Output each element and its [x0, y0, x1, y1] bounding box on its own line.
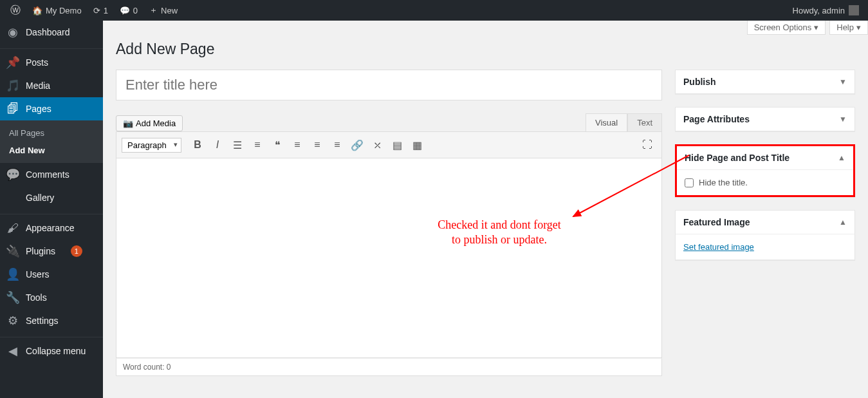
label: Page Attributes — [683, 114, 750, 124]
sidebar-item-tools[interactable]: 🔧Tools — [0, 286, 103, 309]
comment-icon: 💬 — [120, 6, 130, 15]
comments-menu[interactable]: 💬0 — [115, 0, 143, 21]
sidebar-item-plugins[interactable]: 🔌Plugins 1 — [0, 240, 103, 263]
sidebar-label: Dashboard — [26, 27, 70, 37]
align-center-button[interactable]: ≡ — [308, 136, 326, 154]
sidebar-item-comments[interactable]: 💬Comments — [0, 163, 103, 186]
bullet-list-button[interactable]: ☰ — [228, 136, 246, 154]
postbox-publish: Publish▼ — [675, 70, 855, 94]
screen-options-toggle[interactable]: Screen Options▾ — [747, 21, 826, 35]
unlink-button[interactable]: ⤫ — [368, 136, 386, 154]
label: Hide the title. — [699, 178, 748, 187]
brush-icon: 🖌 — [6, 222, 19, 234]
chevron-up-icon: ▲ — [839, 218, 847, 227]
submenu-all-pages[interactable]: All Pages — [0, 124, 103, 142]
italic-button[interactable]: I — [208, 136, 226, 154]
link-button[interactable]: 🔗 — [348, 136, 366, 154]
blank-icon — [6, 191, 19, 204]
dashboard-icon: ◉ — [6, 26, 19, 39]
wordpress-icon: ⓦ — [10, 4, 21, 17]
plus-icon: ＋ — [149, 5, 158, 16]
postbox-page-attributes-toggle[interactable]: Page Attributes▼ — [676, 108, 854, 131]
sidebar-item-media[interactable]: 🎵Media — [0, 74, 103, 97]
page-title: Add New Page — [116, 35, 855, 70]
chevron-down-icon: ▾ — [856, 23, 861, 32]
chevron-down-icon: ▼ — [839, 77, 847, 86]
media-icon: 🎵 — [6, 79, 19, 92]
bold-button[interactable]: B — [189, 136, 207, 154]
site-name-label: My Demo — [46, 6, 82, 15]
greeting-text: Howdy, admin — [793, 6, 845, 15]
postbox-publish-toggle[interactable]: Publish▼ — [676, 70, 854, 93]
align-right-button[interactable]: ≡ — [328, 136, 346, 154]
camera-music-icon: 📷 — [123, 118, 133, 128]
chevron-down-icon: ▼ — [839, 115, 847, 124]
sidebar-item-posts[interactable]: 📌Posts — [0, 51, 103, 74]
tab-text[interactable]: Text — [627, 113, 662, 131]
admin-sidebar: ◉Dashboard 📌Posts 🎵Media 🗐Pages All Page… — [0, 21, 103, 398]
postbox-hide-title: Hide Page and Post Title▲ Hide the title… — [675, 144, 855, 197]
sidebar-label: Collapse menu — [26, 346, 86, 356]
hide-title-row[interactable]: Hide the title. — [685, 178, 845, 187]
postbox-featured-image: Featured Image▲ Set featured image — [675, 210, 855, 260]
pages-icon: 🗐 — [6, 102, 19, 115]
sidebar-label: Users — [26, 269, 50, 280]
updates-count: 1 — [104, 6, 108, 15]
set-featured-image-link[interactable]: Set featured image — [683, 242, 754, 252]
sidebar-item-settings[interactable]: ⚙Settings — [0, 309, 103, 332]
updates-menu[interactable]: ⟳1 — [88, 0, 113, 21]
editor-statusbar: Word count: 0 — [116, 358, 662, 376]
sliders-icon: ⚙ — [6, 314, 19, 327]
site-name-menu[interactable]: 🏠My Demo — [27, 0, 87, 21]
chevron-up-icon: ▲ — [838, 153, 845, 162]
postbox-featured-image-toggle[interactable]: Featured Image▲ — [676, 211, 854, 234]
sidebar-label: Media — [26, 81, 50, 91]
toolbar-toggle-button[interactable]: ▦ — [408, 136, 426, 154]
postbox-hide-title-toggle[interactable]: Hide Page and Post Title▲ — [677, 146, 853, 170]
new-content-menu[interactable]: ＋New — [144, 0, 183, 21]
sidebar-item-gallery[interactable]: Gallery — [0, 186, 103, 209]
sidebar-item-users[interactable]: 👤Users — [0, 263, 103, 286]
align-left-button[interactable]: ≡ — [288, 136, 306, 154]
pin-icon: 📌 — [6, 56, 19, 69]
annotation-text: Checked it and dont forget to publish or… — [425, 218, 573, 248]
wrench-icon: 🔧 — [6, 291, 19, 304]
readmore-button[interactable]: ▤ — [388, 136, 406, 154]
collapse-icon: ◀ — [6, 345, 19, 357]
sidebar-label: Posts — [26, 57, 48, 68]
label: Add Media — [136, 118, 176, 128]
wp-logo-menu[interactable]: ⓦ — [5, 0, 26, 21]
home-icon: 🏠 — [32, 6, 42, 15]
hide-title-checkbox[interactable] — [685, 178, 694, 187]
sidebar-label: Settings — [26, 316, 59, 326]
label: Publish — [683, 77, 716, 87]
tab-visual[interactable]: Visual — [586, 113, 627, 131]
add-media-button[interactable]: 📷Add Media — [116, 115, 183, 131]
post-title-input[interactable] — [116, 70, 662, 100]
number-list-button[interactable]: ≡ — [248, 136, 266, 154]
plug-icon: 🔌 — [6, 245, 19, 258]
help-toggle[interactable]: Help▾ — [829, 21, 868, 35]
my-account-menu[interactable]: Howdy, admin — [793, 5, 863, 15]
sidebar-item-appearance[interactable]: 🖌Appearance — [0, 216, 103, 240]
comment-icon: 💬 — [6, 168, 19, 181]
avatar — [849, 5, 859, 15]
sidebar-label: Comments — [26, 169, 69, 180]
sidebar-item-pages[interactable]: 🗐Pages — [0, 97, 103, 120]
plugins-update-badge: 1 — [71, 245, 82, 257]
new-label: New — [161, 6, 178, 15]
sidebar-label: Appearance — [26, 223, 75, 233]
sidebar-label: Gallery — [26, 193, 54, 203]
sidebar-label: Pages — [26, 104, 51, 114]
sidebar-item-dashboard[interactable]: ◉Dashboard — [0, 21, 103, 44]
format-select[interactable]: Paragraph — [122, 138, 181, 153]
sidebar-collapse[interactable]: ◀Collapse menu — [0, 339, 103, 363]
main-content: Screen Options▾ Help▾ Add New Page 📷Add … — [103, 21, 868, 398]
blockquote-button[interactable]: ❝ — [268, 136, 286, 154]
editor-content-area[interactable]: Checked it and dont forget to publish or… — [116, 158, 662, 358]
fullscreen-button[interactable]: ⛶ — [638, 136, 656, 154]
submenu-add-new[interactable]: Add New — [0, 142, 103, 159]
sidebar-label: Tools — [26, 292, 47, 303]
postbox-page-attributes: Page Attributes▼ — [675, 107, 855, 131]
comments-count: 0 — [133, 6, 138, 15]
